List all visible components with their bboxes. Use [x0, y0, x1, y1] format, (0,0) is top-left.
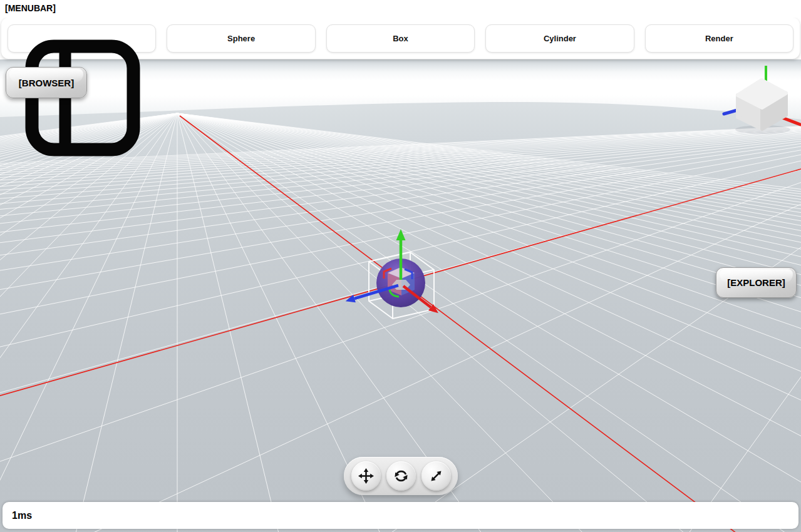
explorer-panel-label: [EXPLORER]	[727, 277, 785, 288]
toolbar-button-box[interactable]: Box	[326, 24, 475, 53]
toolbar-button-cylinder[interactable]: Cylinder	[485, 24, 634, 53]
toolbar-button-render[interactable]: Render	[645, 24, 793, 53]
orbit-button[interactable]	[386, 461, 416, 491]
toolbar-button-sphere[interactable]: Sphere	[167, 24, 315, 53]
move-icon	[358, 468, 375, 484]
browser-panel-button[interactable]: [BROWSER]	[6, 67, 87, 98]
orbit-rotate-icon	[393, 468, 410, 484]
status-bar: 1ms	[3, 502, 798, 529]
browser-panel-label: [BROWSER]	[19, 78, 74, 88]
pan-button[interactable]	[351, 461, 381, 491]
scale-diagonal-icon	[428, 468, 445, 484]
frame-time: 1ms	[12, 510, 32, 521]
menubar: [MENUBAR]	[0, 0, 801, 18]
zoom-button[interactable]	[421, 461, 451, 491]
explorer-panel-button[interactable]: [EXPLORER]	[716, 267, 797, 298]
menubar-label: [MENUBAR]	[5, 3, 56, 13]
viewport-nav-controls	[344, 457, 458, 495]
